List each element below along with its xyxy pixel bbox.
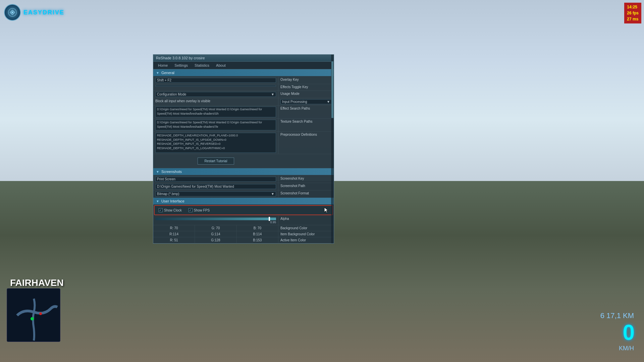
screenshot-format-dropdown[interactable]: Bitmap (*.bmp) ▼ bbox=[155, 191, 276, 196]
active-b-input[interactable]: B:153 bbox=[237, 237, 278, 243]
preprocessor-input[interactable]: RESHADE_DEPTH_LINEARIZATION_FAR_PLANE=10… bbox=[155, 133, 276, 153]
general-section-header[interactable]: ▼ General bbox=[153, 69, 334, 76]
effects-toggle-row: Effects Toggle Key bbox=[153, 84, 334, 91]
restart-tutorial-button[interactable]: Restart Tutorial bbox=[198, 158, 234, 165]
show-fps-label: Show FPS bbox=[194, 208, 210, 212]
screenshot-key-row: Print Screen Screenshot Key bbox=[153, 176, 334, 183]
general-settings: Shift + F2 Overlay Key Effects Toggle Ke… bbox=[153, 77, 334, 168]
svg-point-3 bbox=[31, 317, 34, 320]
location-label: FAIRHAVEN bbox=[10, 278, 64, 288]
preprocessor-label: Preprocessor Definitions bbox=[278, 132, 334, 154]
ui-section-label: User Interface bbox=[161, 199, 184, 203]
ui-checkboxes-row: ✓ Show Clock ✓ Show FPS bbox=[154, 205, 333, 215]
svg-point-1 bbox=[11, 11, 13, 13]
active-g-input[interactable]: G:128 bbox=[195, 237, 236, 243]
bg-g-input[interactable]: G: 70 bbox=[195, 225, 236, 231]
nav-home[interactable]: Home bbox=[155, 62, 171, 68]
active-color-label: Active Item Color bbox=[278, 237, 334, 243]
screenshots-section-header[interactable]: ▼ Screenshots bbox=[153, 168, 334, 175]
screenshot-format-label: Screenshot Format bbox=[278, 190, 334, 197]
alpha-label: Alpha bbox=[278, 216, 334, 225]
item-bg-r-input[interactable]: R:114 bbox=[153, 231, 195, 237]
general-section-label: General bbox=[161, 71, 174, 75]
show-clock-checkbox[interactable]: ✓ bbox=[159, 208, 163, 212]
easydrive-hud: EASYDRIVE bbox=[4, 4, 64, 21]
screenshots-toggle-icon: ▼ bbox=[156, 170, 159, 174]
alpha-value: 0.95 bbox=[155, 221, 276, 224]
item-bg-color-label: Item Background Color bbox=[278, 231, 334, 237]
show-clock-label: Show Clock bbox=[164, 208, 182, 212]
bg-r-input[interactable]: R: 70 bbox=[153, 225, 195, 231]
scrollbar[interactable] bbox=[331, 55, 334, 243]
checkboxes-container: ✓ Show Clock ✓ Show FPS bbox=[157, 207, 324, 214]
texture-search-input[interactable]: D:\Origin Games\Need for Speed(TM) Most … bbox=[155, 120, 276, 130]
distance-value: 6 17,1 KM bbox=[600, 311, 634, 320]
preprocessor-row: RESHADE_DEPTH_LINEARIZATION_FAR_PLANE=10… bbox=[153, 132, 334, 154]
easydrive-label: EASYDRIVE bbox=[23, 9, 64, 16]
usage-mode-label: Usage Mode bbox=[278, 91, 334, 98]
bg-b-input[interactable]: B: 70 bbox=[237, 225, 278, 231]
overlay-key-input[interactable]: Shift + F2 bbox=[155, 78, 276, 83]
reshade-nav: Home Settings Statistics About bbox=[153, 62, 334, 69]
reshade-overlay: ReShade 3.0.8.102 by crosire Home Settin… bbox=[153, 54, 334, 244]
ui-toggle-icon: ▼ bbox=[156, 199, 159, 203]
cursor-indicator bbox=[324, 207, 330, 214]
nav-settings[interactable]: Settings bbox=[171, 62, 191, 68]
screenshot-key-label: Screenshot Key bbox=[278, 176, 334, 183]
screenshots-section-label: Screenshots bbox=[161, 170, 182, 174]
effects-key-input[interactable] bbox=[155, 85, 276, 86]
nav-about[interactable]: About bbox=[213, 62, 229, 68]
screenshot-key-input[interactable]: Print Screen bbox=[155, 177, 276, 182]
reshade-titlebar: ReShade 3.0.8.102 by crosire bbox=[153, 55, 334, 62]
screenshots-settings: Print Screen Screenshot Key D:\Origin Ga… bbox=[153, 176, 334, 198]
alpha-thumb bbox=[269, 217, 270, 221]
general-toggle-icon: ▼ bbox=[156, 71, 159, 75]
texture-search-label: Texture Search Paths bbox=[278, 119, 334, 131]
speed-unit: KM/H bbox=[600, 345, 634, 352]
active-item-color-row: R: 51 G:128 B:153 Active Item Color bbox=[153, 237, 334, 243]
perf-hud: 14:25 26 fps 27 ms bbox=[624, 3, 641, 23]
reshade-title: ReShade 3.0.8.102 by crosire bbox=[156, 56, 205, 60]
effect-search-input[interactable]: D:\Origin Games\Need for Speed(TM) Most … bbox=[155, 107, 276, 117]
item-bg-b-input[interactable]: B:114 bbox=[237, 231, 278, 237]
chevron-down-icon-2: ▼ bbox=[327, 100, 330, 104]
item-bg-g-input[interactable]: G:114 bbox=[195, 231, 236, 237]
ui-section-header[interactable]: ▼ User Interface bbox=[153, 198, 334, 204]
perf-time: 14:25 bbox=[627, 4, 639, 10]
alpha-row: 0.95 Alpha bbox=[153, 216, 334, 225]
nav-statistics[interactable]: Statistics bbox=[191, 62, 213, 68]
screenshot-path-input[interactable]: D:\Origin Games\Need for Speed(TM) Most … bbox=[155, 184, 276, 189]
texture-search-row: D:\Origin Games\Need for Speed(TM) Most … bbox=[153, 119, 334, 132]
usage-mode-row: Configuration Mode ▼ Usage Mode bbox=[153, 91, 334, 98]
effect-search-row: D:\Origin Games\Need for Speed(TM) Most … bbox=[153, 106, 334, 119]
effect-search-label: Effect Search Paths bbox=[278, 106, 334, 118]
effects-key-label: Effects Toggle Key bbox=[278, 84, 334, 90]
screenshot-path-row: D:\Origin Games\Need for Speed(TM) Most … bbox=[153, 183, 334, 190]
speed-hud: 6 17,1 KM 0 KM/H bbox=[600, 311, 634, 352]
show-clock-item: ✓ Show Clock bbox=[159, 208, 182, 212]
input-processing-row: Block all input when overlay is visible … bbox=[153, 98, 334, 106]
chevron-down-icon-3: ▼ bbox=[271, 192, 274, 196]
svg-point-4 bbox=[39, 312, 42, 315]
overlay-key-row: Shift + F2 Overlay Key bbox=[153, 77, 334, 84]
input-processing-dropdown[interactable]: Input Processing ▼ bbox=[280, 99, 332, 104]
active-r-input[interactable]: R: 51 bbox=[153, 237, 195, 243]
perf-ms: 27 ms bbox=[627, 16, 639, 22]
show-fps-checkbox[interactable]: ✓ bbox=[189, 208, 193, 212]
show-fps-item: ✓ Show FPS bbox=[189, 208, 210, 212]
bg-color-label: Background Color bbox=[278, 225, 334, 231]
bg-color-row: R: 70 G: 70 B: 70 Background Color bbox=[153, 225, 334, 231]
item-bg-color-row: R:114 G:114 B:114 Item Background Color bbox=[153, 231, 334, 237]
screenshot-path-label: Screenshot Path bbox=[278, 183, 334, 190]
scrollbar-thumb[interactable] bbox=[331, 61, 333, 118]
speed-value: 0 bbox=[600, 320, 634, 345]
usage-mode-dropdown[interactable]: Configuration Mode ▼ bbox=[155, 92, 276, 97]
overlay-key-label: Overlay Key bbox=[278, 77, 334, 84]
easydrive-icon bbox=[4, 4, 21, 21]
restart-tutorial-row: Restart Tutorial bbox=[153, 154, 334, 168]
minimap bbox=[7, 288, 60, 342]
alpha-slider[interactable] bbox=[155, 218, 276, 220]
screenshot-format-row: Bitmap (*.bmp) ▼ Screenshot Format bbox=[153, 190, 334, 198]
perf-fps: 26 fps bbox=[627, 10, 639, 16]
chevron-down-icon: ▼ bbox=[271, 93, 274, 96]
